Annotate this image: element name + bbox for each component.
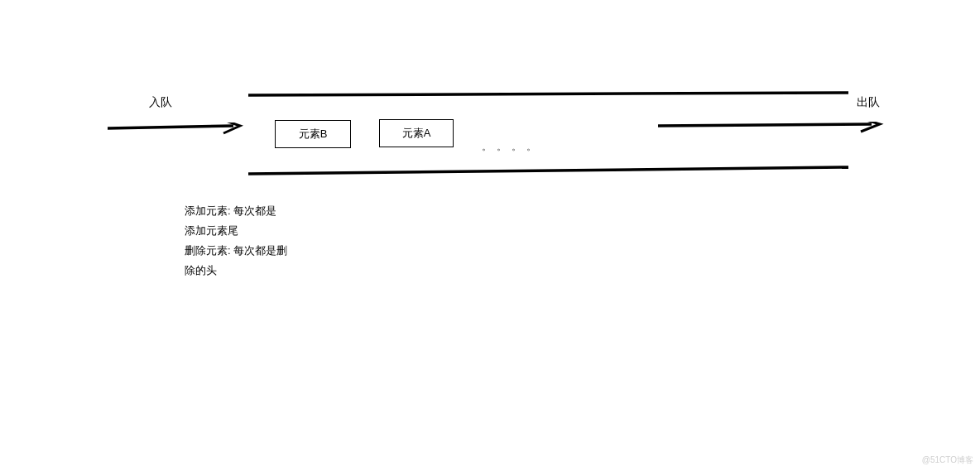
watermark-text: @51CTO博客 xyxy=(922,454,973,466)
queue-top-line xyxy=(248,91,853,99)
element-box-b: 元素B xyxy=(275,120,351,148)
dequeue-arrow-icon xyxy=(658,122,886,138)
ellipsis-label: 。。。。 xyxy=(482,140,541,154)
enqueue-label: 入队 xyxy=(149,95,172,110)
svg-line-2 xyxy=(248,93,848,95)
description-text: 添加元素: 每次都是 添加元素尾 删除元素: 每次都是删 除的头 xyxy=(185,201,287,281)
element-a-label: 元素A xyxy=(402,126,431,141)
element-b-label: 元素B xyxy=(299,127,328,142)
svg-line-1 xyxy=(658,124,872,126)
queue-bottom-line xyxy=(248,166,853,178)
diagram-canvas: 入队 出队 元素B 元素A 。。。。 添加元素: 每次都是 添加元素尾 删除元素… xyxy=(0,0,980,471)
desc-line-4: 除的头 xyxy=(185,261,287,281)
element-box-a: 元素A xyxy=(379,119,454,147)
dequeue-label: 出队 xyxy=(857,95,880,110)
desc-line-2: 添加元素尾 xyxy=(185,221,287,241)
svg-line-3 xyxy=(248,167,848,174)
svg-line-0 xyxy=(108,126,233,128)
desc-line-3: 删除元素: 每次都是删 xyxy=(185,241,287,261)
enqueue-arrow-icon xyxy=(108,123,248,139)
desc-line-1: 添加元素: 每次都是 xyxy=(185,201,287,221)
